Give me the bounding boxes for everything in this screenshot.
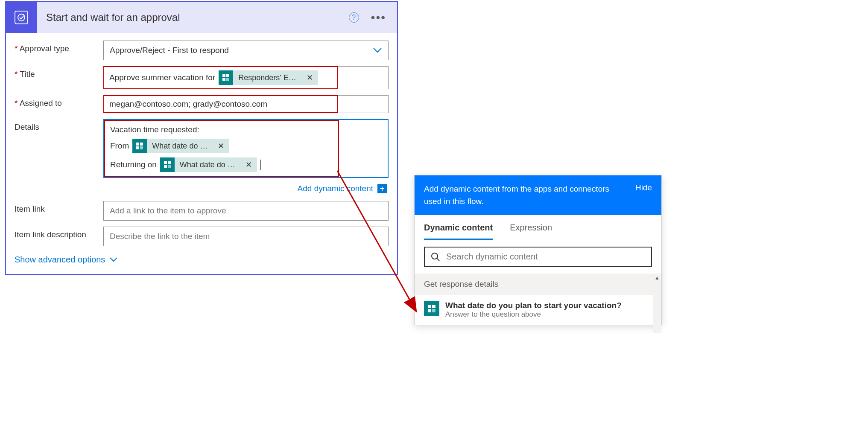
title-input-extra[interactable] xyxy=(338,66,389,89)
token-return-date[interactable]: What date do … ✕ xyxy=(160,157,257,172)
token-remove-icon[interactable]: ✕ xyxy=(301,73,318,82)
label-assigned-to: Assigned to xyxy=(15,95,103,108)
forms-icon xyxy=(424,301,439,316)
token-start-date[interactable]: What date do … ✕ xyxy=(132,139,229,153)
scrollbar[interactable]: ▲ xyxy=(653,274,661,333)
svg-rect-5 xyxy=(226,78,229,81)
add-dynamic-content-row: Add dynamic content + xyxy=(15,184,389,193)
dc-header-text: Add dynamic content from the apps and co… xyxy=(424,183,612,207)
dc-item-subtitle: Answer to the question above xyxy=(445,310,622,319)
approval-icon xyxy=(6,2,37,33)
dc-section-header: Get response details ▲ xyxy=(415,274,661,295)
scroll-up-icon[interactable]: ▲ xyxy=(653,274,661,282)
title-input[interactable]: Approve summer vacation for Responders' … xyxy=(103,66,338,89)
label-item-link: Item link xyxy=(15,201,103,214)
svg-rect-8 xyxy=(136,146,139,149)
row-assigned-to: Assigned to megan@contoso.com; grady@con… xyxy=(15,95,389,113)
svg-rect-2 xyxy=(222,74,225,77)
svg-rect-6 xyxy=(136,143,139,146)
details-input-wrap: Vacation time requested: From What date … xyxy=(103,119,389,178)
svg-rect-11 xyxy=(168,161,171,164)
dc-item-start-date[interactable]: What date do you plan to start your vaca… xyxy=(415,295,661,325)
dc-search-input[interactable]: Search dynamic content xyxy=(424,247,652,267)
dc-item-title: What date do you plan to start your vaca… xyxy=(445,301,622,310)
token-label: What date do … xyxy=(152,142,213,151)
dynamic-content-panel: Add dynamic content from the apps and co… xyxy=(414,175,662,325)
svg-rect-0 xyxy=(15,11,28,24)
card-body: Approval type Approve/Reject - First to … xyxy=(6,33,397,274)
dc-panel-header: Add dynamic content from the apps and co… xyxy=(415,175,661,215)
svg-rect-7 xyxy=(140,143,143,146)
label-item-link-desc: Item link description xyxy=(15,227,103,239)
row-item-link: Item link Add a link to the item to appr… xyxy=(15,201,389,221)
svg-rect-17 xyxy=(432,305,435,308)
advanced-options-text: Show advanced options xyxy=(15,255,105,265)
details-extra[interactable] xyxy=(339,120,388,177)
details-from-text: From xyxy=(110,141,129,151)
label-details: Details xyxy=(15,119,103,132)
svg-rect-12 xyxy=(164,165,167,168)
title-prefix-text: Approve summer vacation for xyxy=(109,73,215,82)
approval-type-select[interactable]: Approve/Reject - First to respond xyxy=(103,41,389,60)
token-responders-email[interactable]: Responders' E… ✕ xyxy=(219,70,318,85)
dc-search-wrap: Search dynamic content xyxy=(415,240,661,274)
assigned-to-input[interactable]: megan@contoso.com; grady@contoso.com xyxy=(103,95,338,113)
more-menu-icon[interactable]: ••• xyxy=(371,15,386,20)
row-details: Details Vacation time requested: From Wh… xyxy=(15,119,389,178)
token-label: What date do … xyxy=(180,160,240,169)
svg-point-14 xyxy=(432,253,438,259)
hide-panel-link[interactable]: Hide xyxy=(635,183,652,207)
dc-section-label: Get response details xyxy=(424,280,498,288)
tab-expression[interactable]: Expression xyxy=(510,223,552,240)
token-label: Responders' E… xyxy=(238,73,301,82)
item-link-desc-input[interactable]: Describe the link to the item xyxy=(103,227,389,246)
details-line3: Returning on What date do … ✕ xyxy=(110,157,261,172)
details-input[interactable]: Vacation time requested: From What date … xyxy=(104,120,339,177)
svg-rect-16 xyxy=(428,305,431,308)
help-icon[interactable]: ? xyxy=(349,12,359,23)
svg-line-15 xyxy=(437,258,439,261)
details-line2: From What date do … ✕ xyxy=(110,139,229,153)
row-item-link-desc: Item link description Describe the link … xyxy=(15,227,389,246)
dc-tabs: Dynamic content Expression xyxy=(415,215,661,240)
search-icon xyxy=(431,252,440,262)
row-approval-type: Approval type Approve/Reject - First to … xyxy=(15,41,389,60)
svg-rect-13 xyxy=(168,165,171,168)
token-remove-icon[interactable]: ✕ xyxy=(240,160,257,169)
approval-action-card: Start and wait for an approval ? ••• App… xyxy=(5,1,398,275)
forms-icon xyxy=(219,70,233,85)
item-link-placeholder: Add a link to the item to approve xyxy=(110,206,226,216)
forms-icon xyxy=(132,139,147,153)
dc-search-placeholder: Search dynamic content xyxy=(446,252,538,262)
text-cursor xyxy=(260,160,261,170)
assigned-to-extra[interactable] xyxy=(338,95,389,113)
details-returning-text: Returning on xyxy=(110,160,157,169)
svg-rect-9 xyxy=(140,146,143,149)
svg-rect-4 xyxy=(222,78,225,81)
approval-type-value: Approve/Reject - First to respond xyxy=(110,46,229,55)
card-header: Start and wait for an approval ? ••• xyxy=(6,2,397,33)
plus-icon[interactable]: + xyxy=(377,184,387,193)
svg-rect-10 xyxy=(164,161,167,164)
forms-icon xyxy=(160,157,175,172)
tab-dynamic-content[interactable]: Dynamic content xyxy=(424,223,493,240)
header-actions: ? ••• xyxy=(349,12,386,23)
row-title: Title Approve summer vacation for Respon… xyxy=(15,66,389,89)
svg-rect-3 xyxy=(226,74,229,77)
svg-rect-19 xyxy=(432,309,435,312)
assigned-to-value: megan@contoso.com; grady@contoso.com xyxy=(109,99,267,109)
label-title: Title xyxy=(15,66,103,79)
card-title[interactable]: Start and wait for an approval xyxy=(46,12,349,23)
item-link-desc-placeholder: Describe the link to the item xyxy=(110,232,210,241)
item-link-input[interactable]: Add a link to the item to approve xyxy=(103,201,389,221)
show-advanced-options-link[interactable]: Show advanced options xyxy=(15,255,389,265)
label-approval-type: Approval type xyxy=(15,41,103,53)
svg-rect-18 xyxy=(428,309,431,312)
token-remove-icon[interactable]: ✕ xyxy=(213,141,229,151)
chevron-down-icon xyxy=(373,46,382,55)
chevron-down-icon xyxy=(109,257,118,262)
details-line1: Vacation time requested: xyxy=(110,125,199,134)
add-dynamic-content-link[interactable]: Add dynamic content xyxy=(298,184,373,193)
